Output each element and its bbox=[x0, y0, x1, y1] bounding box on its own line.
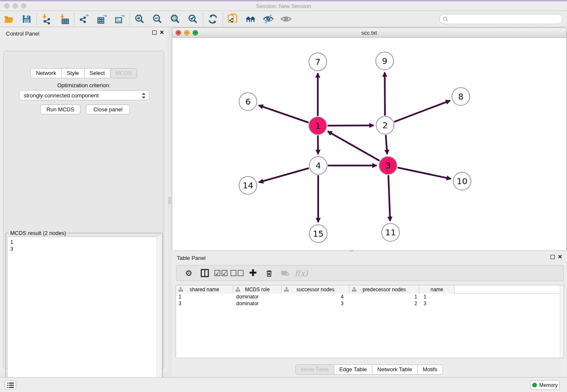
edge-1-2[interactable] bbox=[328, 125, 374, 126]
graph-node-3[interactable]: 3 bbox=[379, 156, 397, 175]
tab-select[interactable]: Select bbox=[85, 68, 110, 78]
cell-name[interactable]: 3 bbox=[419, 301, 455, 307]
cell-successor-nodes[interactable]: 4 bbox=[282, 294, 350, 301]
cell-predecessor-nodes[interactable]: 1 bbox=[350, 294, 419, 301]
edge-2-3[interactable] bbox=[386, 135, 387, 154]
float-table-panel-icon[interactable] bbox=[550, 255, 555, 259]
zoom-in-icon[interactable] bbox=[131, 12, 149, 26]
graph-node-6[interactable]: 6 bbox=[239, 92, 257, 111]
table-scrollbar[interactable] bbox=[560, 285, 564, 358]
graph-node-4[interactable]: 4 bbox=[309, 156, 328, 175]
edge-3-1[interactable] bbox=[328, 131, 379, 160]
graph-node-1[interactable]: 1 bbox=[308, 116, 327, 135]
edge-1-6[interactable] bbox=[259, 105, 309, 123]
result-scrollbar[interactable] bbox=[157, 237, 161, 392]
edge-3-11[interactable] bbox=[388, 175, 390, 221]
node-label: 9 bbox=[382, 56, 388, 66]
table-settings-icon[interactable]: ⚙ bbox=[181, 267, 197, 279]
graph-node-14[interactable]: 14 bbox=[239, 176, 257, 195]
hide-graphics-details-icon[interactable] bbox=[259, 12, 277, 26]
network-canvas[interactable]: 7968124314101511 bbox=[172, 38, 566, 250]
tab-network[interactable]: Network bbox=[30, 68, 62, 78]
run-mcds-button[interactable]: Run MCDS bbox=[40, 105, 80, 114]
mcds-panel-body: Optimization criterion: strongly connect… bbox=[3, 51, 164, 369]
tab-style[interactable]: Style bbox=[62, 68, 85, 78]
network-from-selection-icon[interactable] bbox=[224, 12, 242, 26]
open-file-icon[interactable] bbox=[0, 12, 18, 26]
tab-edge-table[interactable]: Edge Table bbox=[334, 364, 372, 375]
tab-node-table[interactable]: Node Table bbox=[295, 364, 334, 375]
import-network-icon[interactable] bbox=[38, 12, 55, 26]
tab-mcds[interactable]: MCDS bbox=[110, 68, 137, 78]
table-row[interactable]: 3dominator323 bbox=[176, 301, 564, 307]
save-session-icon[interactable] bbox=[18, 12, 36, 26]
task-history-button[interactable] bbox=[5, 381, 16, 389]
tab-network-table[interactable]: Network Table bbox=[372, 364, 418, 375]
apply-layout-icon[interactable] bbox=[204, 12, 222, 26]
edge-3-10[interactable] bbox=[398, 168, 451, 179]
cell-shared-name[interactable]: 3 bbox=[176, 301, 233, 307]
main-toolbar bbox=[0, 11, 567, 27]
graph-node-10[interactable]: 10 bbox=[453, 172, 471, 190]
delete-row-icon[interactable] bbox=[261, 267, 277, 279]
node-label: 11 bbox=[385, 227, 396, 237]
graph-node-9[interactable]: 9 bbox=[375, 52, 394, 70]
column-visibility-icon[interactable] bbox=[197, 267, 213, 279]
cell-MCDS-role[interactable]: dominator bbox=[233, 294, 282, 301]
graph-node-7[interactable]: 7 bbox=[308, 52, 327, 71]
float-panel-icon[interactable] bbox=[152, 30, 157, 35]
export-table-icon[interactable] bbox=[93, 12, 111, 26]
export-network-icon[interactable] bbox=[75, 12, 93, 26]
control-panel: Control Panel ✕ Optimization criterion: … bbox=[0, 28, 168, 373]
table-row[interactable]: 1dominator411 bbox=[176, 294, 564, 301]
close-table-panel-icon[interactable]: ✕ bbox=[558, 255, 562, 259]
zoom-selected-icon[interactable] bbox=[184, 12, 202, 26]
node-label: 6 bbox=[245, 97, 251, 107]
mcds-result-textarea[interactable]: 1 3 bbox=[7, 237, 161, 392]
graph-node-15[interactable]: 15 bbox=[309, 224, 328, 243]
zoom-fit-icon[interactable] bbox=[166, 12, 184, 26]
delete-table-icon bbox=[277, 267, 293, 279]
table-toolbar: ⚙ ☑☑ ☐☐ ✚ f(x) bbox=[176, 265, 564, 281]
table-panel: Table Panel ✕ ⚙ ☑☑ ☐☐ ✚ f(x) shared name… bbox=[172, 252, 567, 377]
cell-successor-nodes[interactable]: 3 bbox=[282, 301, 350, 307]
node-label: 15 bbox=[313, 229, 323, 239]
export-image-icon[interactable] bbox=[111, 12, 129, 26]
graph-node-11[interactable]: 11 bbox=[381, 223, 400, 242]
column-header-MCDS-role[interactable]: MCDS role bbox=[233, 285, 282, 294]
splitpane-grip[interactable] bbox=[168, 197, 171, 204]
search-input[interactable] bbox=[439, 14, 563, 24]
optimization-criterion-select[interactable]: strongly connected component bbox=[19, 90, 149, 100]
column-label: name bbox=[430, 287, 443, 293]
network-window-titlebar[interactable]: × − + scc.txt bbox=[172, 28, 566, 38]
edge-2-8[interactable] bbox=[394, 101, 450, 122]
add-column-icon[interactable]: ✚ bbox=[245, 267, 261, 279]
graph-node-8[interactable]: 8 bbox=[451, 87, 470, 106]
close-panel-button[interactable]: Close panel bbox=[86, 105, 130, 114]
column-header-shared-name[interactable]: shared name bbox=[176, 285, 233, 294]
column-header-successor-nodes[interactable]: successor nodes bbox=[282, 285, 350, 294]
column-label: shared name bbox=[190, 287, 219, 293]
cell-MCDS-role[interactable]: dominator bbox=[233, 301, 282, 307]
column-type-icon bbox=[284, 287, 289, 292]
column-header-name[interactable]: name bbox=[419, 285, 455, 294]
node-label: 1 bbox=[315, 121, 321, 131]
zoom-out-icon[interactable] bbox=[149, 12, 166, 26]
toolbar-separator bbox=[74, 13, 74, 25]
memory-button[interactable]: Memory bbox=[530, 380, 560, 390]
cell-predecessor-nodes[interactable]: 2 bbox=[350, 301, 419, 307]
show-graphics-details-icon[interactable] bbox=[277, 12, 295, 26]
node-label: 8 bbox=[458, 91, 464, 102]
first-neighbors-icon[interactable] bbox=[242, 12, 259, 26]
deselect-all-icon[interactable]: ☐☐ bbox=[229, 267, 245, 279]
edge-2-9[interactable] bbox=[385, 72, 385, 116]
graph-node-2[interactable]: 2 bbox=[376, 116, 394, 135]
select-all-icon[interactable]: ☑☑ bbox=[213, 267, 229, 279]
import-table-icon[interactable] bbox=[55, 12, 73, 26]
column-header-predecessor-nodes[interactable]: predecessor nodes bbox=[350, 285, 419, 294]
close-panel-icon[interactable]: ✕ bbox=[160, 30, 164, 35]
tab-motifs[interactable]: Motifs bbox=[418, 364, 443, 375]
edge-4-14[interactable] bbox=[259, 168, 309, 182]
cell-shared-name[interactable]: 1 bbox=[176, 294, 233, 301]
cell-name[interactable]: 1 bbox=[419, 294, 455, 301]
